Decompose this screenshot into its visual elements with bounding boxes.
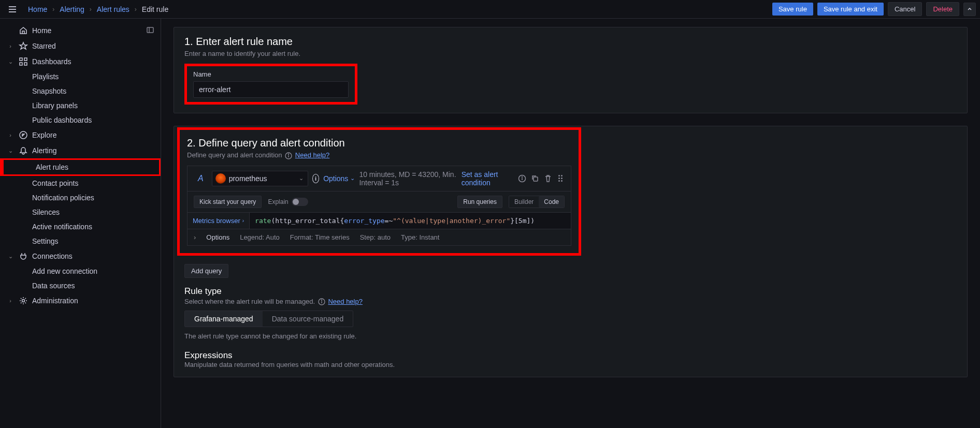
- chevron-icon: ⌄: [6, 147, 15, 154]
- svg-point-22: [321, 300, 322, 301]
- gear-icon: [19, 296, 28, 305]
- sidebar-item-label: Starred: [32, 42, 56, 50]
- save-rule-button[interactable]: Save rule: [772, 3, 813, 16]
- chevron-down-icon: ⌄: [299, 175, 304, 182]
- drag-handle-icon[interactable]: [556, 173, 565, 184]
- svg-marker-11: [22, 134, 24, 136]
- sidebar-item-dashboards[interactable]: ⌄Dashboards: [0, 54, 161, 69]
- sidebar-item-library-panels[interactable]: Library panels: [0, 98, 161, 113]
- sidebar-item-public-dashboards[interactable]: Public dashboards: [0, 113, 161, 127]
- info-icon: [285, 152, 292, 159]
- breadcrumb-alerting[interactable]: Alerting: [56, 3, 87, 16]
- sidebar-item-starred[interactable]: ›Starred: [0, 38, 161, 54]
- sidebar-item-label: Public dashboards: [32, 116, 92, 124]
- info-icon[interactable]: [517, 172, 526, 185]
- save-rule-exit-button[interactable]: Save rule and exit: [817, 3, 884, 16]
- sidebar-item-data-sources[interactable]: Data sources: [0, 278, 161, 293]
- star-icon: [19, 41, 28, 51]
- prometheus-icon: [215, 173, 226, 184]
- datasource-select[interactable]: prometheus ⌄: [212, 171, 308, 186]
- kick-start-button[interactable]: Kick start your query: [194, 196, 262, 208]
- svg-rect-6: [20, 58, 22, 61]
- run-queries-button[interactable]: Run queries: [457, 196, 502, 208]
- footer-options[interactable]: Options: [206, 233, 229, 241]
- rule-type-note: The alert rule type cannot be changed fo…: [184, 332, 957, 340]
- expand-options-icon[interactable]: ›: [194, 233, 196, 241]
- need-help-link[interactable]: Need help?: [295, 151, 330, 159]
- sidebar-item-alerting[interactable]: ⌄Alerting: [0, 143, 161, 158]
- rule-type-title: Rule type: [184, 286, 957, 297]
- section-2-subtitle: Define query and alert condition Need he…: [187, 151, 571, 159]
- compass-icon: [19, 130, 28, 140]
- name-label: Name: [193, 70, 349, 78]
- sidebar-item-label: Add new connection: [32, 267, 97, 275]
- set-alert-condition-link[interactable]: Set as alert condition: [462, 170, 509, 187]
- sidebar-item-label: Notification policies: [32, 194, 94, 202]
- sidebar-item-label: Settings: [32, 237, 59, 245]
- sidebar-item-add-new-connection[interactable]: Add new connection: [0, 264, 161, 278]
- sidebar-item-settings[interactable]: Settings: [0, 234, 161, 248]
- chevron-icon: ⌄: [6, 253, 15, 260]
- sidebar-item-label: Silences: [32, 208, 60, 216]
- svg-point-12: [22, 300, 25, 302]
- breadcrumb: Home › Alerting › Alert rules › Edit rul…: [25, 3, 171, 16]
- breadcrumb-home[interactable]: Home: [25, 3, 50, 16]
- sidebar-item-label: Dashboards: [32, 57, 71, 66]
- sidebar-item-snapshots[interactable]: Snapshots: [0, 84, 161, 98]
- builder-option[interactable]: Builder: [509, 196, 539, 208]
- svg-rect-19: [534, 177, 538, 181]
- sidebar-item-label: Alerting: [32, 146, 56, 155]
- info-icon[interactable]: i: [312, 174, 319, 183]
- query-expression-input[interactable]: rate(http_error_total{error_type=~"^(val…: [250, 213, 571, 229]
- dock-icon[interactable]: [146, 26, 154, 36]
- add-query-button[interactable]: Add query: [184, 264, 228, 278]
- query-body: Metrics browser › rate(http_error_total{…: [187, 213, 571, 229]
- menu-button[interactable]: [4, 1, 21, 18]
- sidebar-item-explore[interactable]: ›Explore: [0, 127, 161, 143]
- chevron-right-icon: ›: [52, 6, 54, 13]
- query-id[interactable]: A: [194, 174, 208, 183]
- explain-toggle[interactable]: [292, 198, 308, 206]
- breadcrumb-alert-rules[interactable]: Alert rules: [94, 3, 133, 16]
- svg-rect-3: [147, 27, 153, 33]
- svg-rect-9: [24, 63, 27, 65]
- datasource-managed-option[interactable]: Data source-managed: [263, 311, 353, 327]
- sidebar-item-silences[interactable]: Silences: [0, 205, 161, 219]
- metrics-browser-button[interactable]: Metrics browser ›: [188, 213, 250, 229]
- sidebar-item-home[interactable]: Home: [0, 23, 161, 38]
- trash-icon[interactable]: [543, 172, 552, 185]
- sidebar-item-connections[interactable]: ⌄Connections: [0, 248, 161, 264]
- query-toolbar: Kick start your query Explain Run querie…: [187, 191, 571, 213]
- sidebar-item-playlists[interactable]: Playlists: [0, 69, 161, 84]
- copy-icon[interactable]: [530, 172, 539, 185]
- code-option[interactable]: Code: [539, 196, 564, 208]
- query-options-button[interactable]: Options ⌄: [323, 174, 355, 183]
- sidebar-item-label: Data sources: [32, 282, 75, 290]
- sidebar-item-label: Playlists: [32, 72, 59, 81]
- collapse-button[interactable]: [963, 3, 976, 16]
- plug-icon: [19, 252, 28, 261]
- sidebar-item-alert-rules[interactable]: Alert rules: [0, 158, 161, 176]
- sidebar-item-notification-policies[interactable]: Notification policies: [0, 190, 161, 205]
- grafana-managed-option[interactable]: Grafana-managed: [185, 311, 263, 327]
- delete-button[interactable]: Delete: [926, 2, 959, 16]
- info-icon: [318, 298, 325, 305]
- sidebar-item-contact-points[interactable]: Contact points: [0, 176, 161, 190]
- chevron-icon: ›: [6, 43, 15, 49]
- expressions-subtitle: Manipulate data returned from queries wi…: [184, 361, 957, 368]
- svg-point-18: [522, 176, 522, 177]
- rule-type-toggle: Grafana-managed Data source-managed: [184, 311, 353, 327]
- sidebar-item-label: Library panels: [32, 101, 78, 110]
- sidebar-item-label: Home: [32, 26, 51, 35]
- explain-label: Explain: [268, 198, 288, 205]
- sidebar-item-label: Alert rules: [36, 163, 68, 171]
- sidebar-item-active-notifications[interactable]: Active notifications: [0, 219, 161, 234]
- section-1-title: 1. Enter alert rule name: [184, 36, 957, 48]
- chevron-icon: ›: [6, 298, 15, 304]
- sidebar-item-administration[interactable]: ›Administration: [0, 293, 161, 308]
- sidebar-item-label: Snapshots: [32, 87, 66, 95]
- rule-name-input[interactable]: [193, 81, 349, 98]
- need-help-link[interactable]: Need help?: [328, 298, 363, 305]
- cancel-button[interactable]: Cancel: [888, 2, 922, 16]
- builder-code-toggle: Builder Code: [509, 196, 565, 208]
